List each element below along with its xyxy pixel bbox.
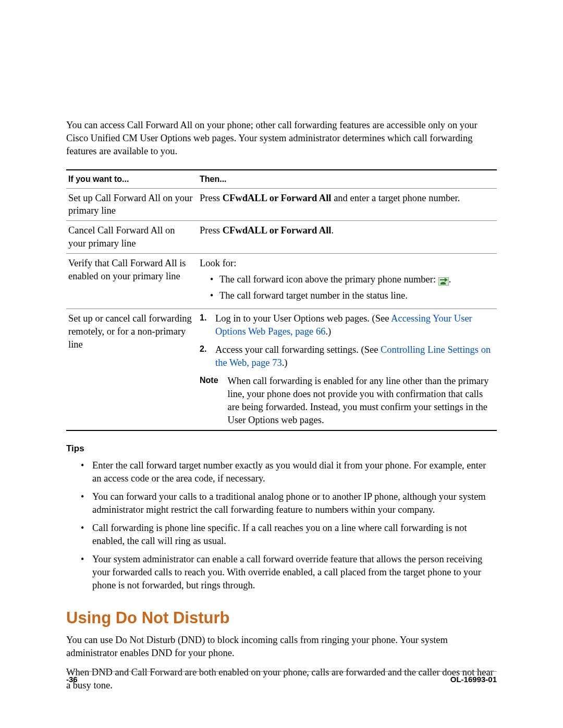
row3-left: Verify that Call Forward All is enabled … [66,254,198,309]
tips-heading: Tips [66,443,497,454]
footer-doc-id: OL-16993-01 [450,675,497,684]
table-header-then: Then... [198,170,497,188]
row1-right: Press CFwdALL or Forward All and enter a… [198,188,497,221]
row4-step2: Access your call forwarding settings. (S… [200,343,494,369]
row4-s1b: .) [325,326,331,337]
row4-s2a: Access your call forwarding settings. (S… [215,344,381,355]
row2-press: Press [200,225,223,236]
intro-paragraph: You can access Call Forward All on your … [66,119,497,158]
table-row: Set up Call Forward All on your primary … [66,188,497,221]
row1-bold: CFwdALL or Forward All [223,193,332,203]
page-content: You can access Call Forward All on your … [0,0,563,692]
tips-list: Enter the call forward target number exa… [66,459,497,592]
row3-bullet1: The call forward icon above the primary … [210,273,494,286]
row4-left: Set up or cancel call forwarding remotel… [66,309,198,430]
tip-item: Enter the call forward target number exa… [81,459,497,485]
row3-bullets: The call forward icon above the primary … [200,273,494,302]
table-row: Set up or cancel call forwarding remotel… [66,309,497,430]
row2-bold: CFwdALL or Forward All [223,225,332,236]
row3-b1-dot: . [449,274,451,285]
row3-b1-text: The call forward icon above the primary … [219,274,438,285]
footer-page-number: -36 [66,675,78,684]
row1-left: Set up Call Forward All on your primary … [66,188,198,221]
row2-rest: . [332,225,334,236]
call-forward-icon [438,276,449,285]
dnd-para1: You can use Do Not Disturb (DND) to bloc… [66,634,497,660]
row4-s1a: Log in to your User Options web pages. (… [215,313,391,324]
row4-steps: Log in to your User Options web pages. (… [200,312,494,369]
section-heading-dnd: Using Do Not Disturb [66,609,497,627]
row4-right: Log in to your User Options web pages. (… [198,309,497,430]
row3-right: Look for: The call forward icon above th… [198,254,497,309]
row4-s2b: .) [282,357,288,368]
row3-bullet2: The call forward target number in the st… [210,289,494,302]
page-footer: -36 OL-16993-01 [66,671,497,684]
note-label: Note [200,375,218,427]
row4-step1: Log in to your User Options web pages. (… [200,312,494,338]
tip-item: You can forward your calls to a traditio… [81,490,497,516]
row2-left: Cancel Call Forward All on your primary … [66,221,198,254]
table-row: Cancel Call Forward All on your primary … [66,221,497,254]
tip-item: Call forwarding is phone line specific. … [81,522,497,548]
row4-note: Note When call forwarding is enabled for… [200,375,494,427]
note-body: When call forwarding is enabled for any … [228,375,494,427]
row1-press: Press [200,193,223,203]
row2-right: Press CFwdALL or Forward All. [198,221,497,254]
row1-rest: and enter a target phone number. [332,193,460,203]
table-row: Verify that Call Forward All is enabled … [66,254,497,309]
tip-item: Your system administrator can enable a c… [81,553,497,592]
table-header-if: If you want to... [66,170,198,188]
row3-lookfor: Look for: [200,257,494,270]
feature-table: If you want to... Then... Set up Call Fo… [66,169,497,431]
